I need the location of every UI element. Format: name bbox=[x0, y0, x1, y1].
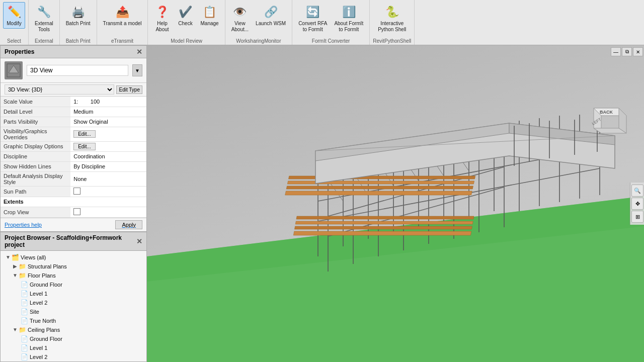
properties-help-link[interactable]: Properties help bbox=[5, 222, 42, 228]
ribbon-group-batch: 🖨️ Batch Print Batch Print bbox=[60, 0, 97, 45]
project-browser-header: Project Browser - Scaffolding+Formwork p… bbox=[1, 232, 146, 251]
list-item[interactable]: 📄 Level 2 bbox=[1, 352, 146, 361]
table-row: Parts Visibility Show Original bbox=[1, 117, 146, 127]
navcube-svg: BACK LEFT bbox=[584, 101, 629, 146]
properties-scroll: Scale Value 1: 100 Detail Level Medium P… bbox=[1, 97, 146, 218]
prop-label: Scale Value bbox=[1, 97, 70, 107]
list-item[interactable]: 📄 Level 1 bbox=[1, 289, 146, 298]
zoom-button[interactable]: 🔍 bbox=[631, 185, 643, 197]
view-selector: 3D View: {3D} Edit Type bbox=[1, 83, 146, 97]
toggle-ceiling-plans[interactable]: ▼ bbox=[12, 326, 19, 333]
about-formit-icon: ℹ️ bbox=[341, 4, 357, 20]
project-browser: Project Browser - Scaffolding+Formwork p… bbox=[0, 232, 147, 363]
viewport-background bbox=[147, 45, 644, 362]
toggle-views-all[interactable]: ▼ bbox=[5, 254, 12, 261]
view-type-dropdown[interactable]: ▼ bbox=[132, 64, 142, 76]
expand-button[interactable]: ⊞ bbox=[631, 211, 643, 223]
python-shell-button[interactable]: 🐍 InteractivePython Shell bbox=[375, 2, 409, 35]
external-tools-button[interactable]: 🔧 ExternalTools bbox=[32, 2, 56, 35]
help-about-button[interactable]: ❓ HelpAbout bbox=[151, 2, 173, 35]
table-row: Show Hidden Lines By Discipline bbox=[1, 161, 146, 171]
prop-label: Sun Path bbox=[1, 186, 70, 197]
minimize-button[interactable]: — bbox=[611, 47, 621, 56]
launch-wsm-button[interactable]: 🔗 Launch WSM bbox=[253, 2, 289, 29]
view-type-icon bbox=[5, 61, 23, 79]
list-item[interactable]: 📄 Ground Floor bbox=[1, 280, 146, 289]
prop-value: Coordination bbox=[70, 151, 146, 161]
vg-edit-button[interactable]: Edit... bbox=[73, 130, 96, 138]
model-review-group-label: Model Review bbox=[171, 38, 202, 44]
convert-rfa-icon: 🔄 bbox=[305, 4, 321, 20]
crop-view-checkbox[interactable] bbox=[73, 208, 80, 215]
table-row: Graphic Display Options Edit... bbox=[1, 141, 146, 151]
main-viewport[interactable]: BACK LEFT — ⧉ ✕ 🔍 ✥ ⊞ bbox=[147, 45, 644, 362]
prop-value: 1: 100 bbox=[70, 97, 146, 107]
prop-label: Show Hidden Lines bbox=[1, 161, 70, 171]
view-about-button[interactable]: 👁️ ViewAbout... bbox=[228, 2, 252, 35]
ribbon-group-external: 🔧 ExternalTools External bbox=[29, 0, 60, 45]
transmit-button[interactable]: 📤 Transmit a model bbox=[100, 2, 145, 29]
navcube[interactable]: BACK LEFT bbox=[584, 101, 629, 146]
list-item[interactable]: ▼ 🗂️ Views (all) bbox=[1, 253, 146, 262]
list-item[interactable]: ▶ 📁 Structural Plans bbox=[1, 262, 146, 271]
list-item[interactable]: ▼ 📁 3D Views bbox=[1, 361, 146, 362]
list-item[interactable]: ▼ 📁 Floor Plans bbox=[1, 271, 146, 280]
table-row: Scale Value 1: 100 bbox=[1, 97, 146, 107]
prop-value[interactable] bbox=[70, 207, 146, 217]
right-toolbar: 🔍 ✥ ⊞ bbox=[630, 183, 644, 225]
list-item[interactable]: 📄 True North bbox=[1, 316, 146, 325]
list-item[interactable]: 📄 Site bbox=[1, 307, 146, 316]
batch-print-button[interactable]: 🖨️ Batch Print bbox=[63, 2, 94, 29]
external-tools-icon: 🔧 bbox=[36, 4, 52, 20]
prop-value: Medium bbox=[70, 107, 146, 117]
modify-label: Modify bbox=[7, 21, 21, 27]
about-formit-button[interactable]: ℹ️ About FormItto FormIt bbox=[331, 2, 366, 35]
properties-title: Properties bbox=[5, 48, 34, 55]
python-shell-label: InteractivePython Shell bbox=[378, 21, 406, 33]
view-about-label: ViewAbout... bbox=[231, 21, 249, 33]
modify-button[interactable]: ✏️ Modify bbox=[3, 2, 25, 29]
properties-panel: Properties ✕ 3D View ▼ 3D View: {3D} Edi… bbox=[0, 45, 147, 232]
properties-help-bar: Properties help Apply bbox=[1, 218, 146, 231]
close-button[interactable]: ✕ bbox=[633, 47, 643, 56]
edit-type-button[interactable]: Edit Type bbox=[116, 85, 142, 94]
modify-icon: ✏️ bbox=[6, 4, 22, 20]
project-browser-tree: ▼ 🗂️ Views (all) ▶ 📁 Structural Plans bbox=[1, 251, 146, 362]
apply-button[interactable]: Apply bbox=[115, 220, 142, 229]
sun-path-checkbox[interactable] bbox=[73, 188, 80, 195]
help-about-icon: ❓ bbox=[154, 4, 170, 20]
table-row: Crop View bbox=[1, 207, 146, 217]
svg-text:BACK: BACK bbox=[600, 110, 613, 115]
list-item[interactable]: 📄 Ground Floor bbox=[1, 334, 146, 343]
manage-button[interactable]: 📋 Manage bbox=[197, 2, 221, 29]
ribbon-group-etransmit: 📤 Transmit a model eTransmit bbox=[97, 0, 148, 45]
ribbon-group-select: ✏️ Modify Select bbox=[0, 0, 29, 45]
properties-close-button[interactable]: ✕ bbox=[136, 48, 142, 56]
pan-button[interactable]: ✥ bbox=[631, 198, 643, 210]
table-row: Visibility/Graphics Overrides Edit... bbox=[1, 127, 146, 141]
view-about-icon: 👁️ bbox=[232, 4, 248, 20]
launch-wsm-icon: 🔗 bbox=[263, 4, 279, 20]
prop-value[interactable]: Edit... bbox=[70, 127, 146, 141]
prop-value[interactable] bbox=[70, 186, 146, 197]
toggle-floor-plans[interactable]: ▼ bbox=[12, 272, 19, 279]
type-selector: 3D View ▼ bbox=[1, 58, 146, 83]
list-item[interactable]: ▼ 📁 Ceiling Plans bbox=[1, 325, 146, 334]
prop-value[interactable]: Edit... bbox=[70, 141, 146, 151]
formit-group-label: FormIt Converter bbox=[312, 38, 350, 44]
ribbon-group-python: 🐍 InteractivePython Shell RevitPythonShe… bbox=[370, 0, 415, 45]
project-browser-close[interactable]: ✕ bbox=[136, 237, 142, 245]
convert-rfa-button[interactable]: 🔄 Convert RFAto FormIt bbox=[295, 2, 330, 35]
view-select-dropdown[interactable]: 3D View: {3D} bbox=[5, 84, 114, 95]
check-button[interactable]: ✔️ Check bbox=[174, 2, 196, 29]
check-label: Check bbox=[178, 21, 192, 27]
manage-label: Manage bbox=[200, 21, 218, 27]
list-item[interactable]: 📄 Level 1 bbox=[1, 343, 146, 352]
table-row: Discipline Coordination bbox=[1, 151, 146, 161]
toggle-structural[interactable]: ▶ bbox=[12, 263, 19, 270]
restore-button[interactable]: ⧉ bbox=[622, 47, 632, 56]
transmit-icon: 📤 bbox=[114, 4, 130, 20]
extents-section: Extents bbox=[1, 197, 146, 207]
gdo-edit-button[interactable]: Edit... bbox=[73, 143, 96, 150]
list-item[interactable]: 📄 Level 2 bbox=[1, 298, 146, 307]
